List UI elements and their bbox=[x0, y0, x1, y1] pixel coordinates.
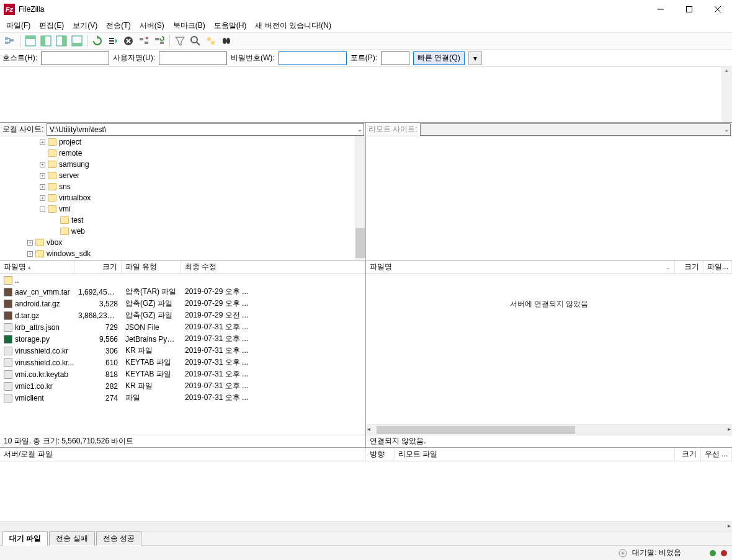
tree-node[interactable]: +virtualbox bbox=[0, 192, 365, 203]
menu-update[interactable]: 새 버전이 있습니다!(N) bbox=[251, 19, 335, 32]
host-input[interactable] bbox=[41, 51, 109, 65]
list-item[interactable]: virusshield.co.kr306KR 파일2019-07-31 오후 .… bbox=[0, 345, 365, 357]
col-server-local[interactable]: 서버/로컬 파일 bbox=[0, 448, 366, 461]
tree-node[interactable]: -vmi bbox=[0, 203, 365, 215]
tree-node[interactable]: remote bbox=[0, 148, 365, 159]
col-size[interactable]: 크기 bbox=[675, 260, 703, 273]
quickconnect-dropdown[interactable]: ▾ bbox=[468, 51, 482, 65]
tab-queued[interactable]: 대기 파일 bbox=[2, 531, 48, 546]
list-item[interactable]: krb_attrs.json729JSON File2019-07-31 오후 … bbox=[0, 321, 365, 333]
local-list-body[interactable]: ..aav_cn_vmm.tar1,692,458,...압축(TAR) 파일2… bbox=[0, 274, 365, 435]
toggle-localtree-icon[interactable] bbox=[38, 33, 53, 48]
expand-icon[interactable]: + bbox=[40, 195, 45, 201]
password-input[interactable] bbox=[279, 51, 347, 65]
local-path-combo[interactable]: V:\Utility\vmi\test\ ⌄ bbox=[47, 123, 364, 136]
compare-icon[interactable] bbox=[203, 33, 218, 48]
host-label: 호스트(H): bbox=[2, 53, 37, 63]
remote-hscroll[interactable]: ◂▸ bbox=[366, 424, 732, 435]
list-item[interactable]: vmic1.co.kr282KR 파일2019-07-31 오후 ... bbox=[0, 380, 365, 392]
file-type: 파일 bbox=[122, 393, 181, 403]
toggle-queue-icon[interactable] bbox=[69, 33, 84, 48]
file-modified: 2019-07-31 오후 ... bbox=[181, 334, 365, 344]
tree-node[interactable]: +sns bbox=[0, 181, 365, 192]
tab-failed[interactable]: 전송 실패 bbox=[49, 531, 94, 546]
col-modified[interactable]: 최종 수정 bbox=[181, 260, 365, 273]
tree-node[interactable]: +vbox bbox=[0, 237, 365, 248]
file-modified: 2019-07-31 오후 ... bbox=[181, 357, 365, 368]
expand-icon[interactable]: + bbox=[27, 251, 33, 257]
tree-node[interactable]: +server bbox=[0, 170, 365, 181]
local-tree[interactable]: +projectremote+samsung+server+sns+virtua… bbox=[0, 136, 365, 260]
username-input[interactable] bbox=[159, 51, 227, 65]
maximize-button[interactable] bbox=[675, 0, 703, 19]
port-label: 포트(P): bbox=[350, 53, 377, 63]
reconnect-icon[interactable] bbox=[152, 33, 167, 48]
svg-rect-15 bbox=[155, 38, 159, 40]
sort-asc-icon: ▴ bbox=[28, 264, 31, 270]
list-item[interactable]: virusshield.co.kr....610KEYTAB 파일2019-07… bbox=[0, 357, 365, 368]
toggle-remotetree-icon[interactable] bbox=[54, 33, 69, 48]
close-button[interactable] bbox=[703, 0, 732, 19]
filter-icon[interactable] bbox=[172, 33, 187, 48]
minimize-button[interactable] bbox=[646, 0, 675, 19]
tree-node[interactable]: +project bbox=[0, 136, 365, 148]
col-priority[interactable]: 우선 ... bbox=[701, 448, 732, 461]
list-item[interactable]: d.tar.gz3,868,235,...압축(GZ) 파일2019-07-29… bbox=[0, 309, 365, 321]
tab-success[interactable]: 전송 성공 bbox=[96, 531, 141, 546]
tree-node[interactable]: +windows_sdk bbox=[0, 248, 365, 259]
sort-icon: ⌄ bbox=[666, 264, 671, 270]
file-name: virusshield.co.kr.... bbox=[15, 358, 74, 367]
list-item[interactable]: aav_cn_vmm.tar1,692,458,...압축(TAR) 파일201… bbox=[0, 286, 365, 298]
disconnect-icon[interactable] bbox=[136, 33, 151, 48]
col-type[interactable]: 파일... bbox=[703, 260, 732, 273]
tree-node[interactable]: test bbox=[0, 215, 365, 226]
col-size[interactable]: 크기 bbox=[675, 448, 701, 461]
list-item[interactable]: storage.py9,566JetBrains PyCh...2019-07-… bbox=[0, 333, 365, 345]
menu-server[interactable]: 서버(S) bbox=[136, 19, 168, 32]
tree-node[interactable]: web bbox=[0, 226, 365, 237]
queue-header: 서버/로컬 파일 방향 리모트 파일 크기 우선 ... bbox=[0, 448, 732, 461]
expand-icon[interactable]: + bbox=[40, 173, 45, 179]
col-size[interactable]: 크기 bbox=[74, 260, 122, 273]
find-icon[interactable] bbox=[219, 33, 234, 48]
menu-transfer[interactable]: 전송(T) bbox=[102, 19, 134, 32]
quickconnect-button[interactable]: 빠른 연결(Q) bbox=[413, 51, 465, 65]
refresh-icon[interactable] bbox=[90, 33, 105, 48]
process-queue-icon[interactable] bbox=[105, 33, 120, 48]
local-list-header: 파일명▴ 크기 파일 유형 최종 수정 bbox=[0, 260, 365, 274]
port-input[interactable] bbox=[381, 51, 409, 65]
list-item[interactable]: android.tar.gz3,528압축(GZ) 파일2019-07-29 오… bbox=[0, 298, 365, 309]
tree-node[interactable]: +samsung bbox=[0, 159, 365, 170]
menu-bookmarks[interactable]: 북마크(B) bbox=[169, 19, 209, 32]
col-name[interactable]: 파일명⌄ bbox=[366, 260, 675, 273]
expand-icon[interactable]: + bbox=[27, 240, 33, 246]
file-type: 압축(GZ) 파일 bbox=[122, 310, 181, 321]
search-icon[interactable] bbox=[188, 33, 203, 48]
list-item[interactable]: .. bbox=[0, 274, 365, 286]
svg-point-17 bbox=[191, 37, 197, 43]
collapse-icon[interactable]: - bbox=[40, 207, 45, 212]
col-name[interactable]: 파일명▴ bbox=[0, 260, 74, 273]
menu-view[interactable]: 보기(V) bbox=[69, 19, 101, 32]
log-scrollbar[interactable]: ▴ bbox=[721, 67, 732, 122]
list-item[interactable]: vmi.co.kr.keytab818KEYTAB 파일2019-07-31 오… bbox=[0, 368, 365, 380]
file-icon bbox=[4, 358, 12, 367]
queue-hscroll[interactable]: ▸ bbox=[0, 521, 732, 531]
col-direction[interactable]: 방향 bbox=[366, 448, 395, 461]
tar-icon bbox=[4, 288, 12, 296]
file-name: vmi.co.kr.keytab bbox=[15, 370, 68, 379]
menu-edit[interactable]: 편집(E) bbox=[35, 19, 68, 32]
col-type[interactable]: 파일 유형 bbox=[122, 260, 181, 273]
menu-help[interactable]: 도움말(H) bbox=[210, 19, 251, 32]
menu-file[interactable]: 파일(F) bbox=[2, 19, 34, 32]
sitemanager-icon[interactable] bbox=[2, 33, 17, 48]
expand-icon[interactable]: + bbox=[40, 162, 45, 167]
expand-icon[interactable]: + bbox=[40, 184, 45, 190]
status-bar: 대기열: 비었음 bbox=[0, 545, 732, 560]
expand-icon[interactable]: + bbox=[40, 140, 45, 145]
queue-status-icon bbox=[618, 549, 627, 558]
col-remote-file[interactable]: 리모트 파일 bbox=[395, 448, 675, 461]
list-item[interactable]: vmiclient274파일2019-07-31 오후 ... bbox=[0, 392, 365, 404]
toggle-log-icon[interactable] bbox=[23, 33, 38, 48]
cancel-icon[interactable] bbox=[121, 33, 136, 48]
